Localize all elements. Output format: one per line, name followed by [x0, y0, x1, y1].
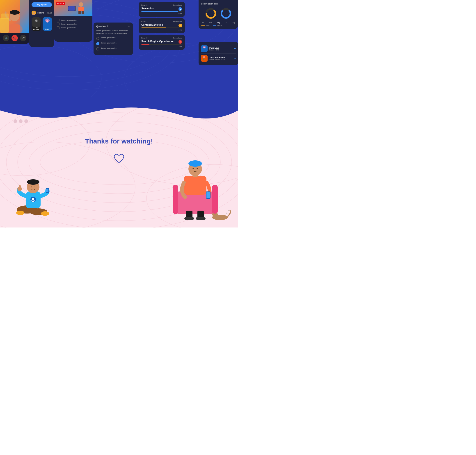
- svg-rect-28: [78, 7, 84, 11]
- heart-button-2[interactable]: ♥: [234, 57, 236, 60]
- svg-point-11: [10, 10, 20, 15]
- exam-1-questions: 5 questions: [173, 4, 182, 6]
- legend-item-1: Item 1: [201, 25, 210, 26]
- svg-rect-14: [20, 0, 29, 33]
- dot-3: [24, 119, 28, 123]
- music-tiles: The Weeknd Drake: [32, 17, 52, 31]
- exam-2-percent: 60%: [141, 29, 182, 31]
- month-labels: Jan Mar May Jul Sep: [201, 22, 235, 24]
- quiz-count: 1/5: [128, 25, 130, 27]
- exam-1-label: Exam 1: [141, 4, 147, 6]
- svg-rect-68: [46, 189, 49, 192]
- radio-1[interactable]: [96, 37, 99, 40]
- mic-button[interactable]: 🎤: [20, 35, 26, 41]
- video-call-card: 📹 📞 🎤: [0, 0, 29, 44]
- svg-point-6: [0, 45, 101, 97]
- svg-point-42: [204, 47, 205, 48]
- checkbox-2[interactable]: [57, 23, 59, 25]
- user-row: Martina 32:16: [32, 11, 52, 15]
- song-info-2: Treat You Better Shawn Mendes · 3:07: [209, 57, 232, 60]
- quiz-body: Lorem ipsum dolor sit amet, consectetur …: [96, 30, 130, 34]
- try-again-button[interactable]: Try again: [32, 2, 52, 7]
- username: Martina: [37, 12, 46, 14]
- heart-button-1[interactable]: ♥: [234, 47, 236, 50]
- radio-3[interactable]: [96, 47, 99, 50]
- blue-donut: [220, 7, 232, 20]
- heart-symbol: [113, 153, 125, 166]
- music-chat-card: Try again Martina 32:16 The Weeknd: [29, 0, 54, 47]
- song-item-2: Treat You Better Shawn Mendes · 3:07 ♥: [201, 54, 236, 63]
- exam-1-header: Exam 1 5 questions: [141, 4, 182, 6]
- svg-rect-12: [0, 18, 9, 33]
- radio-2[interactable]: [96, 42, 99, 45]
- month-jul: Jul: [225, 22, 227, 24]
- quiz-option-1[interactable]: Lorem ipsum dolor.: [96, 37, 130, 40]
- svg-point-45: [203, 56, 205, 58]
- quiz-option-3[interactable]: Lorem ipsum dolor.: [96, 47, 130, 50]
- legend-line-2: [213, 25, 216, 26]
- lorem-row-3: Lorem ipsum dolor.: [57, 26, 90, 29]
- svg-point-19: [35, 20, 37, 22]
- top-section: 📹 📞 🎤 Try again Martina 32:16 The Weeknd: [0, 0, 238, 97]
- quiz-title: Question 1: [96, 25, 108, 28]
- svg-point-25: [46, 21, 48, 22]
- end-call-button[interactable]: 📞: [11, 35, 18, 41]
- exam-3-progress-bar: [141, 44, 182, 45]
- exam-2-questions: 8 questions: [173, 21, 182, 23]
- video-call-background: [0, 0, 29, 33]
- person-left-illustration: [11, 164, 56, 221]
- option-text-3: Lorem ipsum dolor.: [101, 47, 117, 49]
- song-title-2: Treat You Better: [209, 57, 232, 59]
- legend-row: Item 1 Item 2: [201, 25, 235, 26]
- svg-rect-29: [78, 11, 81, 14]
- month-may: May: [217, 22, 220, 24]
- exam-2-header: Exam 2 8 questions: [141, 21, 182, 23]
- legend-label-1: Item 1: [206, 25, 210, 26]
- song-artist-2: Shawn Mendes · 3:07: [209, 59, 232, 60]
- call-controls: 📹 📞 🎤: [0, 33, 29, 43]
- svg-rect-43: [204, 49, 204, 50]
- svg-rect-70: [32, 198, 34, 201]
- svg-point-24: [46, 18, 49, 21]
- netflix-card: NETFLIX: [54, 0, 92, 42]
- svg-point-27: [79, 2, 84, 7]
- svg-point-16: [32, 14, 35, 15]
- song-title-1: Fake Love: [209, 47, 232, 49]
- donuts-row: [201, 7, 235, 20]
- exam-card-2: Exam 2 8 questions Content Marketing ! 6…: [139, 18, 185, 33]
- exam-2-progress-fill: [141, 27, 166, 28]
- svg-point-58: [16, 211, 24, 215]
- lorem-text-3: Lorem ipsum dolor.: [61, 27, 77, 29]
- option-text-1: Lorem ipsum dolor.: [101, 37, 117, 39]
- exam-3-label: Exam 3: [141, 37, 147, 39]
- exam-3-percent: 20%: [141, 46, 182, 48]
- exam-3-icon: ✕: [178, 40, 182, 44]
- lorem-items: Lorem ipsum dolor. Lorem ipsum dolor. Lo…: [54, 16, 92, 32]
- dots-row: [14, 119, 28, 123]
- quiz-option-2[interactable]: Lorem ipsum dolor.: [96, 42, 130, 45]
- svg-point-83: [193, 161, 197, 164]
- quiz-options: Lorem ipsum dolor. Lorem ipsum dolor. Lo…: [96, 37, 130, 50]
- legend-line-1: [201, 25, 205, 26]
- month-mar: Mar: [209, 22, 212, 24]
- song-thumb-2: [201, 55, 208, 62]
- svg-rect-71: [33, 202, 33, 203]
- weeknd-tile[interactable]: The Weeknd: [32, 17, 41, 31]
- exam-3-title: Search Engine Optimization: [141, 40, 174, 43]
- drake-tile[interactable]: Drake: [42, 17, 52, 31]
- weeknd-label: The Weeknd: [32, 27, 41, 30]
- svg-point-64: [34, 187, 35, 187]
- legend-item-2: Item 2: [213, 25, 222, 26]
- exam-1-title: Semantics: [141, 7, 154, 10]
- yellow-donut: [205, 7, 217, 20]
- svg-text:z: z: [228, 210, 229, 212]
- svg-rect-73: [173, 185, 178, 214]
- svg-rect-74: [212, 185, 218, 214]
- quiz-card: Question 1 1/5 Lorem ipsum dolor sit ame…: [93, 23, 133, 55]
- video-button[interactable]: 📹: [3, 35, 9, 41]
- song-artist-1: Drake · 3:45: [209, 49, 232, 51]
- checkbox-3[interactable]: [57, 26, 59, 29]
- song-thumb-1: [201, 45, 208, 52]
- svg-point-91: [216, 213, 218, 216]
- checkbox-1[interactable]: [57, 19, 59, 21]
